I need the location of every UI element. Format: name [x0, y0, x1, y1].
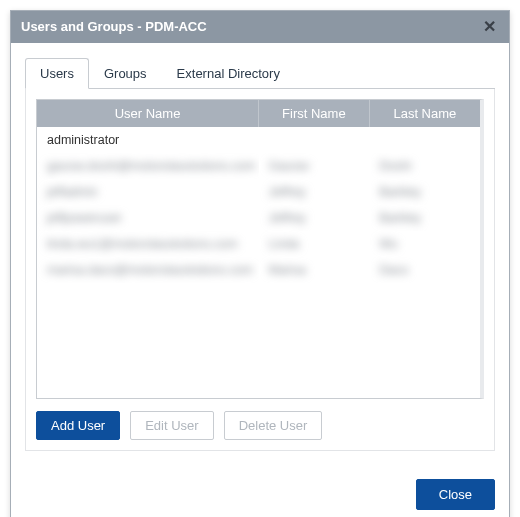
cell-first: Jeffrey — [259, 179, 370, 205]
tab-users[interactable]: Users — [25, 58, 89, 89]
dialog-title: Users and Groups - PDM-ACC — [21, 11, 207, 43]
users-table-wrap: User Name First Name Last Name administr… — [36, 99, 484, 399]
users-groups-dialog: Users and Groups - PDM-ACC ✕ Users Group… — [10, 10, 510, 517]
table-row[interactable]: marisa.daco@motorolasolutions.comMarisaD… — [37, 257, 480, 283]
tab-label: Groups — [104, 66, 147, 81]
users-table: User Name First Name Last Name administr… — [37, 100, 480, 283]
dialog-body: Users Groups External Directory User Nam… — [11, 43, 509, 465]
col-header-username[interactable]: User Name — [37, 100, 259, 127]
cell-user: gaurav.doshi@motorolasolutions.com — [37, 153, 259, 179]
add-user-button[interactable]: Add User — [36, 411, 120, 440]
table-row[interactable]: gaurav.doshi@motorolasolutions.comGaurav… — [37, 153, 480, 179]
close-icon[interactable]: ✕ — [479, 11, 499, 43]
close-button[interactable]: Close — [416, 479, 495, 510]
cell-first: Jeffrey — [259, 205, 370, 231]
tab-panel-users: User Name First Name Last Name administr… — [25, 89, 495, 451]
dialog-footer: Close — [11, 465, 509, 517]
delete-user-button[interactable]: Delete User — [224, 411, 323, 440]
tab-label: Users — [40, 66, 74, 81]
table-row[interactable]: jeffadminJeffreyBarkley — [37, 179, 480, 205]
cell-first: Linda — [259, 231, 370, 257]
cell-user: administrator — [37, 127, 259, 153]
tab-groups[interactable]: Groups — [89, 58, 162, 89]
tab-label: External Directory — [177, 66, 280, 81]
dialog-titlebar: Users and Groups - PDM-ACC ✕ — [11, 11, 509, 43]
cell-user: jeffpoweruser — [37, 205, 259, 231]
tab-external-directory[interactable]: External Directory — [162, 58, 295, 89]
cell-last — [369, 127, 480, 153]
cell-user: jeffadmin — [37, 179, 259, 205]
edit-user-button[interactable]: Edit User — [130, 411, 213, 440]
table-body: administratorgaurav.doshi@motorolasoluti… — [37, 127, 480, 283]
cell-last: Wu — [369, 231, 480, 257]
cell-last: Barkley — [369, 205, 480, 231]
table-row[interactable]: jeffpoweruserJeffreyBarkley — [37, 205, 480, 231]
cell-first: Gaurav — [259, 153, 370, 179]
table-row[interactable]: administrator — [37, 127, 480, 153]
cell-last: Daco — [369, 257, 480, 283]
cell-last: Doshi — [369, 153, 480, 179]
col-header-firstname[interactable]: First Name — [259, 100, 370, 127]
cell-user: marisa.daco@motorolasolutions.com — [37, 257, 259, 283]
cell-user: linda.wu1@motorolasolutions.com — [37, 231, 259, 257]
cell-first — [259, 127, 370, 153]
cell-last: Barkley — [369, 179, 480, 205]
table-header-row: User Name First Name Last Name — [37, 100, 480, 127]
user-actions: Add User Edit User Delete User — [36, 411, 484, 440]
col-header-lastname[interactable]: Last Name — [369, 100, 480, 127]
tab-bar: Users Groups External Directory — [25, 57, 495, 89]
table-row[interactable]: linda.wu1@motorolasolutions.comLindaWu — [37, 231, 480, 257]
cell-first: Marisa — [259, 257, 370, 283]
